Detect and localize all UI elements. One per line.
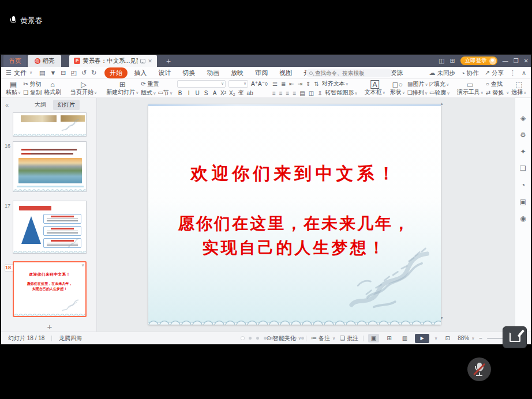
tab-close-icon[interactable]: ✕ — [148, 58, 152, 64]
highlight-color-button[interactable]: ab — [247, 90, 253, 96]
template-name[interactable]: 龙腾四海 — [59, 334, 82, 342]
clear-format-button[interactable]: ◊ — [265, 81, 268, 87]
file-menu[interactable]: ☰ 文件 ∨ — [6, 69, 32, 77]
login-button[interactable]: 立即登录 — [460, 57, 497, 65]
reset-button[interactable]: ⟳重置 — [141, 80, 173, 88]
status-dot[interactable] — [249, 337, 252, 340]
copy-button[interactable]: ❏复制 — [23, 89, 42, 97]
current-slide[interactable]: 欢迎你们来到中文系！ 愿你们在这里，在未来几年， 实现自己的人生梦想！ — [148, 104, 441, 325]
underline-button[interactable]: U — [194, 90, 200, 96]
minimize-button[interactable]: — — [503, 58, 508, 64]
paste-button[interactable]: ▤ 粘贴∨ — [3, 80, 23, 97]
cut-button[interactable]: ✂剪切 — [23, 80, 42, 88]
sync-status[interactable]: ☁ 未同步 — [429, 69, 456, 77]
play-from-current-button[interactable]: ▷ 当页开始∨ — [68, 80, 99, 97]
layout-button[interactable]: 版式∨ — [141, 89, 156, 97]
bullet-list-icon[interactable]: ☰ — [272, 81, 278, 87]
columns-icon[interactable]: ◫ — [309, 90, 314, 96]
close-button[interactable]: ✕ — [524, 58, 529, 64]
convert-smartart-button[interactable]: 转智能图形∨ — [325, 89, 358, 97]
distribute-icon[interactable]: ▤ — [299, 90, 305, 96]
replace-button[interactable]: ⇄替换∨ — [486, 89, 509, 97]
object-layer-icon[interactable]: ❏ — [520, 164, 526, 172]
collapse-panel-icon[interactable]: « — [5, 101, 9, 108]
indent-increase-icon[interactable]: ⇥ — [298, 81, 302, 87]
tab-comment-icon[interactable] — [140, 59, 145, 63]
status-dot[interactable] — [256, 337, 259, 340]
comments-button[interactable]: ❏ 批注 — [340, 334, 358, 342]
status-dot[interactable] — [241, 337, 244, 340]
subscript-button[interactable]: X₂ — [229, 90, 235, 96]
format-painter-button[interactable]: ⌂ 格式刷 — [42, 80, 63, 97]
picture-button[interactable]: ▨图片∨ — [407, 80, 428, 88]
strikethrough-button[interactable]: S — [203, 90, 209, 96]
tab-slides[interactable]: 幻灯片 — [53, 100, 80, 110]
collaborate-button[interactable]: ◔ 协作 — [461, 69, 479, 77]
smart-beautify-button[interactable]: ⊙ 智能美化 ∨ — [266, 334, 301, 342]
slide-16-thumbnail[interactable] — [13, 141, 87, 192]
superscript-button[interactable]: X² — [220, 90, 226, 96]
muted-microphone-button[interactable] — [467, 357, 491, 381]
reading-view-button[interactable]: ▥ — [399, 334, 410, 342]
increase-font-button[interactable]: A⁺ — [251, 81, 258, 87]
find-button[interactable]: ○查找 — [486, 80, 509, 88]
align-center-icon[interactable]: ≡ — [279, 90, 283, 96]
decrease-font-button[interactable]: A⁻ — [258, 81, 265, 87]
smart-beautify-icon[interactable]: ✦ — [520, 148, 526, 156]
zoom-out-button[interactable]: − — [479, 335, 482, 341]
slide-sorter-view-button[interactable]: ⊞ — [384, 334, 395, 342]
tab-docer[interactable]: 稻 稻壳 — [28, 55, 61, 67]
undo-icon[interactable]: ↺ — [81, 69, 87, 77]
more-menu-icon[interactable]: ⋮ — [509, 69, 516, 77]
split-view-icon[interactable]: ◫ — [439, 57, 444, 65]
menu-insert[interactable]: 插入 — [129, 67, 152, 78]
number-list-icon[interactable]: ≣ — [281, 81, 286, 87]
help-icon[interactable]: ◔ — [521, 181, 525, 189]
fit-slide-button[interactable]: ⊡ — [442, 334, 453, 342]
text-effect-button[interactable]: 变 — [238, 89, 244, 97]
menu-slideshow[interactable]: 放映 — [226, 67, 249, 78]
justify-icon[interactable]: ≡ — [293, 90, 296, 96]
line-spacing-icon[interactable]: ⇕ — [306, 81, 310, 87]
tab-grid-icon[interactable]: ⊞ — [449, 57, 455, 65]
search-input[interactable] — [315, 70, 384, 76]
slide-17-thumbnail[interactable] — [13, 201, 87, 254]
menu-review[interactable]: 审阅 — [250, 67, 273, 78]
outline-button[interactable]: ▭轮廓∨ — [429, 89, 450, 97]
new-tab-button[interactable]: ＋ — [163, 55, 174, 67]
slideshow-play-button[interactable]: ▶ — [415, 334, 429, 343]
collapse-ribbon-icon[interactable]: ∧ — [522, 69, 526, 77]
command-search[interactable] — [306, 69, 392, 77]
tab-outline[interactable]: 大纲 — [30, 100, 51, 110]
bold-button[interactable]: B — [177, 90, 183, 96]
properties-icon[interactable]: ⚙ — [520, 131, 526, 139]
menu-animation[interactable]: 动画 — [201, 67, 224, 78]
tab-document[interactable]: P 黄景春：中文系...见面会2022 ✕ — [69, 55, 157, 67]
align-text-button[interactable]: 对齐文本∨ — [322, 80, 349, 88]
slide-15-thumbnail[interactable] — [13, 112, 87, 137]
textbox-button[interactable]: 🄰 文本框∨ — [362, 80, 388, 97]
para-spacing-icon[interactable]: ⇳ — [317, 90, 322, 96]
font-color-button[interactable]: A — [212, 90, 218, 96]
new-slide-button[interactable]: ⊞ 新建幻灯片∨ — [104, 80, 141, 97]
resource-pin-icon[interactable]: ◉ — [520, 214, 526, 223]
select-button[interactable]: ⬚ 选择∨ — [509, 80, 529, 97]
arrange-button[interactable]: ❏排列∨ — [407, 89, 428, 97]
menu-design[interactable]: 设计 — [153, 67, 176, 78]
menu-view[interactable]: 视图 — [274, 67, 297, 78]
tab-home[interactable]: 首页 — [3, 55, 27, 67]
restore-button[interactable]: ❐ — [514, 58, 519, 64]
share-button[interactable]: ↗ 分享 — [485, 69, 504, 77]
normal-view-button[interactable]: ▣ — [368, 334, 379, 342]
menu-transition[interactable]: 切换 — [177, 67, 200, 78]
slide-18-thumbnail[interactable]: 欢迎你们来到中文系！ 愿你们在这里，在未来几年， 实现自己的人生梦想！ — [13, 261, 87, 317]
redo-icon[interactable]: ↻ — [91, 69, 96, 77]
italic-button[interactable]: I — [186, 90, 192, 96]
fill-button[interactable]: ◸填充∨ — [430, 80, 449, 88]
text-direction-icon[interactable]: ⇅ — [314, 81, 319, 87]
section-button[interactable]: ▭节∨ — [158, 89, 173, 97]
shapes-button[interactable]: ◻○ 形状∨ — [388, 80, 407, 97]
print-icon[interactable]: ⊟ — [61, 69, 66, 77]
signature-icon[interactable]: ▣ — [520, 198, 526, 206]
font-size-select[interactable] — [228, 80, 248, 88]
